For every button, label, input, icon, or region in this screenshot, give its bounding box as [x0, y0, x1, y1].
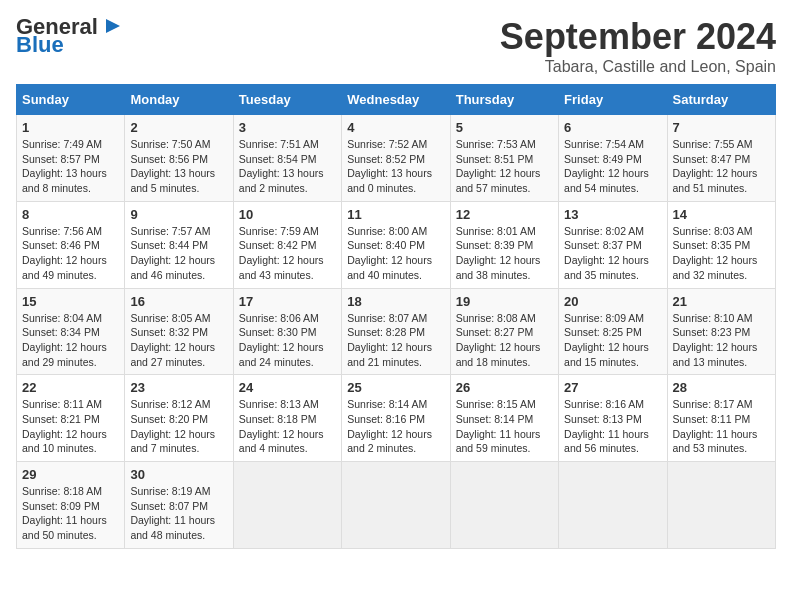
calendar-cell: 28 Sunrise: 8:17 AM Sunset: 8:11 PM Dayl…: [667, 375, 775, 462]
day-info: Sunrise: 8:02 AM Sunset: 8:37 PM Dayligh…: [564, 224, 661, 283]
day-number: 23: [130, 380, 227, 395]
day-info: Sunrise: 7:51 AM Sunset: 8:54 PM Dayligh…: [239, 137, 336, 196]
day-number: 2: [130, 120, 227, 135]
calendar-cell: 23 Sunrise: 8:12 AM Sunset: 8:20 PM Dayl…: [125, 375, 233, 462]
day-info: Sunrise: 8:04 AM Sunset: 8:34 PM Dayligh…: [22, 311, 119, 370]
day-number: 15: [22, 294, 119, 309]
day-number: 19: [456, 294, 553, 309]
logo-triangle-icon: [100, 15, 122, 37]
calendar-week-row: 22 Sunrise: 8:11 AM Sunset: 8:21 PM Dayl…: [17, 375, 776, 462]
title-block: September 2024 Tabara, Castille and Leon…: [500, 16, 776, 76]
day-number: 26: [456, 380, 553, 395]
month-title: September 2024: [500, 16, 776, 58]
calendar-cell: [667, 462, 775, 549]
day-info: Sunrise: 8:06 AM Sunset: 8:30 PM Dayligh…: [239, 311, 336, 370]
calendar-cell: 16 Sunrise: 8:05 AM Sunset: 8:32 PM Dayl…: [125, 288, 233, 375]
calendar-cell: 12 Sunrise: 8:01 AM Sunset: 8:39 PM Dayl…: [450, 201, 558, 288]
day-info: Sunrise: 8:12 AM Sunset: 8:20 PM Dayligh…: [130, 397, 227, 456]
day-number: 14: [673, 207, 770, 222]
day-info: Sunrise: 7:53 AM Sunset: 8:51 PM Dayligh…: [456, 137, 553, 196]
day-number: 27: [564, 380, 661, 395]
calendar-cell: [233, 462, 341, 549]
day-number: 22: [22, 380, 119, 395]
day-info: Sunrise: 8:13 AM Sunset: 8:18 PM Dayligh…: [239, 397, 336, 456]
day-info: Sunrise: 8:15 AM Sunset: 8:14 PM Dayligh…: [456, 397, 553, 456]
svg-marker-0: [106, 19, 120, 33]
calendar-cell: [342, 462, 450, 549]
day-info: Sunrise: 8:08 AM Sunset: 8:27 PM Dayligh…: [456, 311, 553, 370]
calendar-cell: 11 Sunrise: 8:00 AM Sunset: 8:40 PM Dayl…: [342, 201, 450, 288]
day-number: 11: [347, 207, 444, 222]
calendar-cell: 21 Sunrise: 8:10 AM Sunset: 8:23 PM Dayl…: [667, 288, 775, 375]
calendar-week-row: 29 Sunrise: 8:18 AM Sunset: 8:09 PM Dayl…: [17, 462, 776, 549]
day-number: 7: [673, 120, 770, 135]
day-number: 5: [456, 120, 553, 135]
col-sunday: Sunday: [17, 85, 125, 115]
day-info: Sunrise: 7:59 AM Sunset: 8:42 PM Dayligh…: [239, 224, 336, 283]
calendar-cell: 15 Sunrise: 8:04 AM Sunset: 8:34 PM Dayl…: [17, 288, 125, 375]
logo-blue: Blue: [16, 32, 64, 57]
calendar-cell: 1 Sunrise: 7:49 AM Sunset: 8:57 PM Dayli…: [17, 115, 125, 202]
calendar-cell: 22 Sunrise: 8:11 AM Sunset: 8:21 PM Dayl…: [17, 375, 125, 462]
day-number: 8: [22, 207, 119, 222]
logo: General Blue: [16, 16, 122, 56]
day-number: 17: [239, 294, 336, 309]
day-info: Sunrise: 7:56 AM Sunset: 8:46 PM Dayligh…: [22, 224, 119, 283]
day-number: 20: [564, 294, 661, 309]
day-info: Sunrise: 8:09 AM Sunset: 8:25 PM Dayligh…: [564, 311, 661, 370]
day-info: Sunrise: 8:17 AM Sunset: 8:11 PM Dayligh…: [673, 397, 770, 456]
col-tuesday: Tuesday: [233, 85, 341, 115]
calendar-cell: 17 Sunrise: 8:06 AM Sunset: 8:30 PM Dayl…: [233, 288, 341, 375]
day-number: 30: [130, 467, 227, 482]
calendar-cell: 14 Sunrise: 8:03 AM Sunset: 8:35 PM Dayl…: [667, 201, 775, 288]
day-number: 10: [239, 207, 336, 222]
day-info: Sunrise: 8:03 AM Sunset: 8:35 PM Dayligh…: [673, 224, 770, 283]
calendar-cell: 5 Sunrise: 7:53 AM Sunset: 8:51 PM Dayli…: [450, 115, 558, 202]
day-info: Sunrise: 8:14 AM Sunset: 8:16 PM Dayligh…: [347, 397, 444, 456]
day-info: Sunrise: 7:55 AM Sunset: 8:47 PM Dayligh…: [673, 137, 770, 196]
day-info: Sunrise: 8:16 AM Sunset: 8:13 PM Dayligh…: [564, 397, 661, 456]
calendar-cell: 20 Sunrise: 8:09 AM Sunset: 8:25 PM Dayl…: [559, 288, 667, 375]
day-number: 25: [347, 380, 444, 395]
day-number: 29: [22, 467, 119, 482]
calendar-week-row: 15 Sunrise: 8:04 AM Sunset: 8:34 PM Dayl…: [17, 288, 776, 375]
calendar-table: Sunday Monday Tuesday Wednesday Thursday…: [16, 84, 776, 549]
calendar-cell: 26 Sunrise: 8:15 AM Sunset: 8:14 PM Dayl…: [450, 375, 558, 462]
day-number: 1: [22, 120, 119, 135]
calendar-cell: 4 Sunrise: 7:52 AM Sunset: 8:52 PM Dayli…: [342, 115, 450, 202]
calendar-cell: 25 Sunrise: 8:14 AM Sunset: 8:16 PM Dayl…: [342, 375, 450, 462]
day-number: 16: [130, 294, 227, 309]
day-number: 9: [130, 207, 227, 222]
day-number: 6: [564, 120, 661, 135]
calendar-week-row: 8 Sunrise: 7:56 AM Sunset: 8:46 PM Dayli…: [17, 201, 776, 288]
day-info: Sunrise: 7:57 AM Sunset: 8:44 PM Dayligh…: [130, 224, 227, 283]
calendar-cell: 18 Sunrise: 8:07 AM Sunset: 8:28 PM Dayl…: [342, 288, 450, 375]
calendar-week-row: 1 Sunrise: 7:49 AM Sunset: 8:57 PM Dayli…: [17, 115, 776, 202]
calendar-cell: 13 Sunrise: 8:02 AM Sunset: 8:37 PM Dayl…: [559, 201, 667, 288]
day-number: 18: [347, 294, 444, 309]
calendar-cell: 29 Sunrise: 8:18 AM Sunset: 8:09 PM Dayl…: [17, 462, 125, 549]
calendar-cell: 24 Sunrise: 8:13 AM Sunset: 8:18 PM Dayl…: [233, 375, 341, 462]
day-number: 12: [456, 207, 553, 222]
page-header: General Blue September 2024 Tabara, Cast…: [16, 16, 776, 76]
calendar-cell: [450, 462, 558, 549]
day-number: 4: [347, 120, 444, 135]
calendar-cell: 6 Sunrise: 7:54 AM Sunset: 8:49 PM Dayli…: [559, 115, 667, 202]
day-info: Sunrise: 7:52 AM Sunset: 8:52 PM Dayligh…: [347, 137, 444, 196]
calendar-cell: 30 Sunrise: 8:19 AM Sunset: 8:07 PM Dayl…: [125, 462, 233, 549]
day-info: Sunrise: 7:49 AM Sunset: 8:57 PM Dayligh…: [22, 137, 119, 196]
day-info: Sunrise: 7:54 AM Sunset: 8:49 PM Dayligh…: [564, 137, 661, 196]
day-info: Sunrise: 8:00 AM Sunset: 8:40 PM Dayligh…: [347, 224, 444, 283]
day-info: Sunrise: 8:18 AM Sunset: 8:09 PM Dayligh…: [22, 484, 119, 543]
col-thursday: Thursday: [450, 85, 558, 115]
col-friday: Friday: [559, 85, 667, 115]
day-number: 28: [673, 380, 770, 395]
calendar-cell: 8 Sunrise: 7:56 AM Sunset: 8:46 PM Dayli…: [17, 201, 125, 288]
day-info: Sunrise: 8:01 AM Sunset: 8:39 PM Dayligh…: [456, 224, 553, 283]
calendar-cell: 2 Sunrise: 7:50 AM Sunset: 8:56 PM Dayli…: [125, 115, 233, 202]
calendar-cell: 10 Sunrise: 7:59 AM Sunset: 8:42 PM Dayl…: [233, 201, 341, 288]
calendar-cell: [559, 462, 667, 549]
calendar-cell: 27 Sunrise: 8:16 AM Sunset: 8:13 PM Dayl…: [559, 375, 667, 462]
location-title: Tabara, Castille and Leon, Spain: [500, 58, 776, 76]
day-number: 13: [564, 207, 661, 222]
